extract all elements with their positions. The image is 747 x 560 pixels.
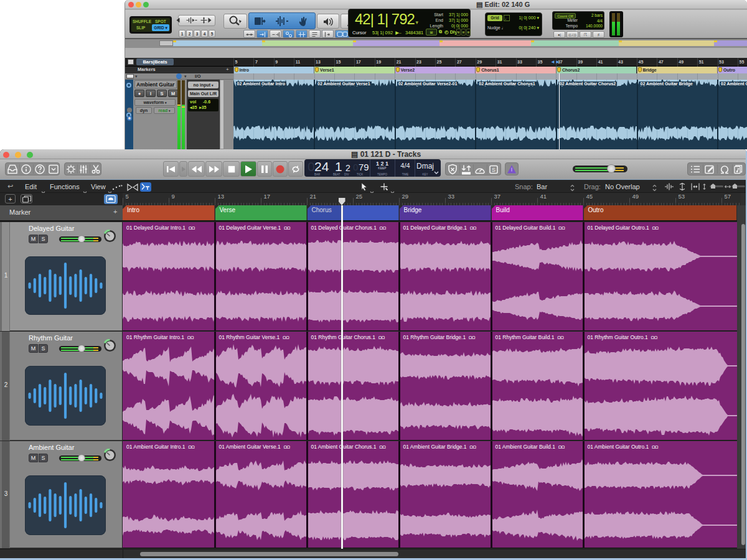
svg-text:S: S (492, 167, 496, 173)
